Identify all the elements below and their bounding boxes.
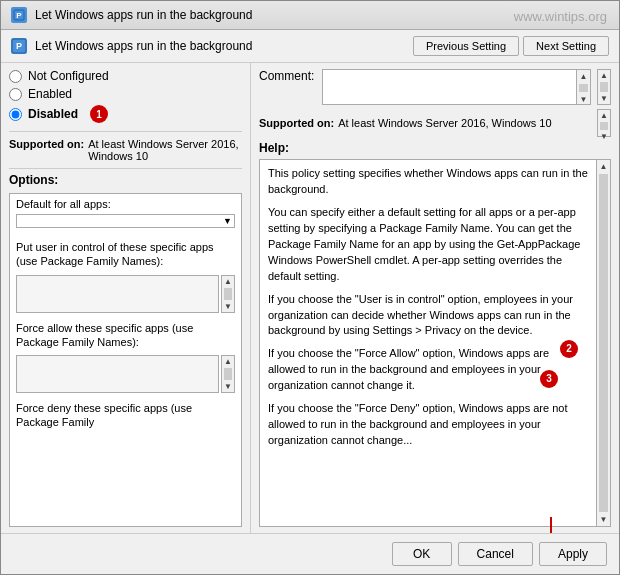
fa-scroll-up[interactable]: ▲ [222,356,234,367]
supported-label: Supported on: [9,138,84,162]
comment-scroll-up[interactable]: ▲ [577,70,590,83]
help-scroll-thumb [599,174,608,512]
comment-section: Comment: ▲ ▼ ▲ ▼ [259,69,611,105]
dialog-title: Let Windows apps run in the background [35,8,252,22]
radio-not-configured-label: Not Configured [28,69,109,83]
dialog-window: www.wintips.org P Let Windows apps run i… [0,0,620,575]
fa-scroll-down[interactable]: ▼ [222,381,234,392]
supported-right-row: Supported on: At least Windows Server 20… [259,109,611,137]
prev-setting-button[interactable]: Previous Setting [413,36,519,56]
options-title: Options: [9,173,242,187]
help-para-3: If you choose the "User is in control" o… [268,292,588,340]
pkg-scroll-up[interactable]: ▲ [222,276,234,287]
radio-disabled-input[interactable] [9,108,22,121]
radio-enabled-label: Enabled [28,87,72,101]
force-allow-textarea-row: ▲ ▼ [16,355,235,393]
force-deny-label: Force deny these specific apps (use Pack… [16,401,235,430]
svg-text:P: P [16,11,22,20]
help-area: Help: This policy setting specifies whet… [259,141,611,527]
subtitle-policy-icon: P [11,38,27,54]
radio-disabled[interactable]: Disabled 1 [9,105,242,123]
comment-scrollbar[interactable]: ▲ ▼ [576,70,590,104]
subtitle-bar: P Let Windows apps run in the background… [1,30,619,63]
pkg-scrollbar[interactable]: ▲ ▼ [221,275,235,313]
pkg-textarea-row: ▲ ▼ [16,275,235,313]
force-allow-textarea[interactable] [16,355,219,393]
main-content: Not Configured Enabled Disabled 1 S [1,63,619,533]
apply-button[interactable]: Apply [539,542,607,566]
cr-scroll-down[interactable]: ▼ [598,93,610,104]
radio-not-configured[interactable]: Not Configured [9,69,242,83]
pkg-label: Put user in control of these specific ap… [16,240,235,269]
help-scroll-down[interactable]: ▼ [597,513,610,526]
help-para-2: You can specify either a default setting… [268,205,588,285]
help-box: This policy setting specifies whether Wi… [259,159,611,527]
dropdown-arrow-icon: ▼ [223,216,232,226]
radio-not-configured-input[interactable] [9,70,22,83]
title-bar: P Let Windows apps run in the background [1,1,619,30]
supported-on-row: Supported on: At least Windows Server 20… [9,136,242,164]
radio-enabled[interactable]: Enabled [9,87,242,101]
help-para-5: If you choose the "Force Deny" option, W… [268,401,588,449]
pkg-scroll-thumb [224,288,232,300]
supported-scrollbar[interactable]: ▲ ▼ [597,109,611,137]
right-panel: Comment: ▲ ▼ ▲ ▼ [251,63,619,533]
comment-label: Comment: [259,69,314,83]
comment-scroll-thumb [579,84,588,92]
default-apps-label: Default for all apps: [16,198,111,210]
force-allow-label: Force allow these specific apps (use Pac… [16,321,235,350]
pkg-scroll-down[interactable]: ▼ [222,301,234,312]
s-scroll-up[interactable]: ▲ [598,110,610,121]
help-scrollbar[interactable]: ▲ ▼ [596,160,610,526]
help-text: This policy setting specifies whether Wi… [260,160,596,526]
bottom-bar: OK Cancel Apply [1,533,619,574]
left-panel: Not Configured Enabled Disabled 1 S [1,63,251,533]
help-para-1: This policy setting specifies whether Wi… [268,166,588,198]
force-allow-scrollbar[interactable]: ▲ ▼ [221,355,235,393]
default-apps-row: Default for all apps: [16,198,235,210]
pkg-textarea[interactable] [16,275,219,313]
s-scroll-thumb [600,122,608,130]
supported-right-value: At least Windows Server 2016, Windows 10 [338,117,551,129]
ok-button[interactable]: OK [392,542,452,566]
cr-scroll-up[interactable]: ▲ [598,70,610,81]
supported-value: At least Windows Server 2016, Windows 10 [88,138,242,162]
badge-1: 1 [90,105,108,123]
help-title: Help: [259,141,611,155]
help-scroll-up[interactable]: ▲ [597,160,610,173]
dialog-subtitle: Let Windows apps run in the background [35,39,405,53]
radio-enabled-input[interactable] [9,88,22,101]
comment-box[interactable]: ▲ ▼ [322,69,591,105]
badge-3: 3 [540,370,558,388]
default-apps-dropdown[interactable]: ▼ [16,214,235,228]
radio-group: Not Configured Enabled Disabled 1 [9,69,242,123]
options-box: Default for all apps: ▼ Put user in cont… [9,193,242,527]
annotation-arrow [491,517,591,533]
radio-disabled-label: Disabled [28,107,78,121]
nav-buttons: Previous Setting Next Setting [413,36,609,56]
panels-row: Not Configured Enabled Disabled 1 S [1,63,619,533]
cr-scroll-thumb [600,82,608,92]
help-para-4-text: If you choose the "Force Allow" option, … [268,347,549,391]
svg-text:P: P [16,41,22,51]
comment-scroll-down[interactable]: ▼ [577,93,590,106]
cancel-button[interactable]: Cancel [458,542,533,566]
comment-right-scrollbar[interactable]: ▲ ▼ [597,69,611,105]
fa-scroll-thumb [224,368,232,380]
next-setting-button[interactable]: Next Setting [523,36,609,56]
supported-right-label: Supported on: [259,117,334,129]
title-policy-icon: P [11,7,27,23]
help-para-4: If you choose the "Force Allow" option, … [268,346,588,394]
badge-2: 2 [560,340,578,358]
